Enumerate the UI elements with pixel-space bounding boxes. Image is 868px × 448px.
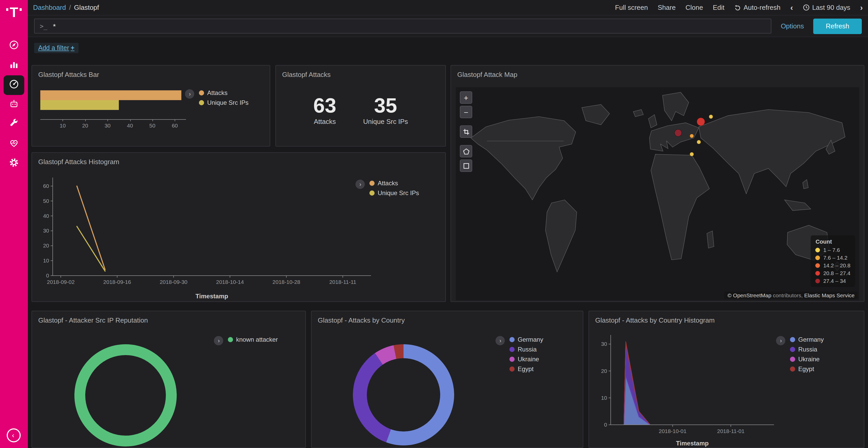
legend-dot — [790, 337, 795, 342]
panel-title: Glastopf - Attacker Src IP Reputation — [32, 311, 305, 324]
legend-dot — [199, 100, 204, 105]
attack-marker[interactable] — [675, 129, 681, 137]
add-filter-link[interactable]: Add a filter+ — [34, 43, 79, 53]
legend-item-russia[interactable]: Russia — [509, 346, 543, 353]
legend-item-unique-src-ips[interactable]: Unique Src IPs — [369, 189, 419, 197]
panel-attack-map: Glastopf Attack Map — [451, 65, 864, 302]
breadcrumb-dashboard-link[interactable]: Dashboard — [33, 4, 66, 11]
svg-text:2018-11-01: 2018-11-01 — [717, 428, 745, 434]
query-bar: >_ * Options Refresh — [28, 15, 868, 37]
telekom-logo[interactable]: T — [0, 0, 28, 29]
osm-link[interactable]: © OpenStreetMap — [727, 292, 771, 298]
sidebar-item-dashboard[interactable] — [4, 75, 24, 95]
draw-rectangle-button[interactable] — [460, 160, 472, 172]
attack-marker[interactable] — [697, 140, 701, 144]
axis-tick — [175, 119, 176, 121]
legend-item-egypt[interactable]: Egypt — [790, 366, 824, 373]
attack-marker[interactable] — [697, 118, 705, 126]
legend-item-attacks[interactable]: Attacks — [199, 89, 249, 97]
svg-text:40: 40 — [43, 213, 49, 219]
axis-tick — [85, 119, 86, 121]
world-map[interactable] — [456, 87, 859, 300]
time-prev-button[interactable]: ‹ — [790, 3, 793, 12]
legend-dot — [369, 181, 375, 186]
legend-label: Germany — [518, 336, 543, 343]
zoom-out-button[interactable]: − — [460, 106, 472, 118]
legend-toggle-button[interactable]: › — [495, 336, 505, 345]
svg-text:2018-09-16: 2018-09-16 — [103, 279, 131, 285]
legend-item-germany[interactable]: Germany — [790, 336, 824, 343]
legend-dot — [790, 367, 795, 372]
attack-marker[interactable] — [690, 152, 694, 157]
full-screen-button[interactable]: Full screen — [615, 4, 648, 11]
compass-icon — [9, 40, 19, 52]
legend-toggle-button[interactable]: › — [355, 180, 365, 189]
attack-map[interactable]: + − Count 1 – 7.67.6 – 14.214.2 – 20.820… — [456, 87, 859, 300]
sidebar-item-monitoring[interactable] — [0, 134, 28, 154]
time-range-picker[interactable]: Last 90 days — [803, 4, 850, 11]
top-nav: Full screen Share Clone Edit Auto-refres… — [615, 3, 863, 12]
sidebar-item-management[interactable] — [0, 154, 28, 173]
sidebar-item-visualize[interactable] — [0, 56, 28, 75]
legend-range-label: 14.2 – 20.8 — [823, 262, 850, 268]
time-next-button[interactable]: › — [860, 3, 863, 12]
legend-range-label: 7.6 – 14.2 — [823, 254, 847, 261]
sidebar-collapse-button[interactable]: ‹ — [7, 428, 21, 442]
legend-label: Attacks — [378, 180, 398, 187]
gauge-icon — [9, 79, 19, 91]
kibana-dashboard-app: T ‹ Dashboard / Glastopf Full screen Sha… — [0, 0, 868, 448]
draw-polygon-button[interactable] — [460, 145, 472, 158]
zoom-in-button[interactable]: + — [460, 91, 472, 104]
bar-segment-attacks[interactable] — [40, 90, 182, 100]
query-options-link[interactable]: Options — [781, 22, 804, 30]
country-histogram-chart[interactable]: 01020302018-10-012018-11-01Timestamp — [593, 329, 789, 447]
attacks-bar-chart[interactable] — [40, 90, 186, 110]
attacks-by-country-donut-chart[interactable] — [353, 344, 454, 445]
metric-value: 63 — [313, 94, 336, 117]
legend-item-unique-src-ips[interactable]: Unique Src IPs — [199, 99, 249, 106]
sidebar: T ‹ — [0, 0, 28, 448]
attack-marker[interactable] — [690, 134, 694, 138]
legend-dot — [369, 191, 375, 196]
sidebar-item-dev-tools[interactable] — [0, 114, 28, 134]
elastic-maps-link[interactable]: Elastic Maps Service — [804, 292, 855, 298]
legend-item-ukraine[interactable]: Ukraine — [790, 356, 824, 363]
svg-text:Timestamp: Timestamp — [195, 292, 228, 300]
legend-item-russia[interactable]: Russia — [790, 346, 824, 353]
legend-dot — [790, 347, 795, 352]
fit-bounds-button[interactable] — [460, 126, 472, 138]
legend-item-known-attacker[interactable]: known attacker — [228, 336, 278, 343]
legend-toggle-button[interactable]: › — [214, 336, 223, 345]
attack-marker[interactable] — [709, 114, 713, 119]
continents — [471, 92, 845, 272]
attacks-histogram-chart[interactable]: 01020304050602018-09-022018-09-162018-09… — [37, 170, 378, 300]
edit-button[interactable]: Edit — [713, 4, 724, 11]
bar-segment-unique-src-ips[interactable] — [40, 100, 119, 110]
sidebar-item-timelion[interactable] — [0, 95, 28, 114]
robot-icon — [9, 99, 19, 111]
crop-icon — [463, 128, 469, 135]
legend-toggle-button[interactable]: › — [776, 336, 785, 345]
legend-item-ukraine[interactable]: Ukraine — [509, 356, 543, 363]
share-button[interactable]: Share — [658, 4, 676, 11]
svg-text:2018-10-01: 2018-10-01 — [659, 428, 686, 434]
chevron-left-icon: ‹ — [12, 431, 14, 439]
legend-item-attacks[interactable]: Attacks — [369, 180, 419, 187]
legend: › AttacksUnique Src IPs — [185, 89, 249, 109]
clone-button[interactable]: Clone — [685, 4, 703, 11]
axis-tick-label: 40 — [127, 122, 133, 129]
search-query-input[interactable]: >_ * — [34, 19, 771, 34]
panel-title: Glastopf Attacks Bar — [32, 66, 270, 78]
auto-refresh-button[interactable]: Auto-refresh — [734, 4, 780, 11]
refresh-button[interactable]: Refresh — [813, 18, 862, 34]
gear-icon — [9, 158, 19, 170]
legend-label: Russia — [518, 346, 536, 353]
legend: › AttacksUnique Src IPs — [355, 180, 419, 199]
ip-reputation-donut-chart[interactable] — [74, 344, 177, 446]
legend-item-egypt[interactable]: Egypt — [509, 366, 543, 373]
legend-item-germany[interactable]: Germany — [509, 336, 543, 343]
rectangle-icon — [463, 162, 469, 169]
axis-tick-label: 10 — [60, 122, 66, 129]
legend-toggle-button[interactable]: › — [185, 89, 194, 99]
sidebar-item-discover[interactable] — [0, 36, 28, 56]
